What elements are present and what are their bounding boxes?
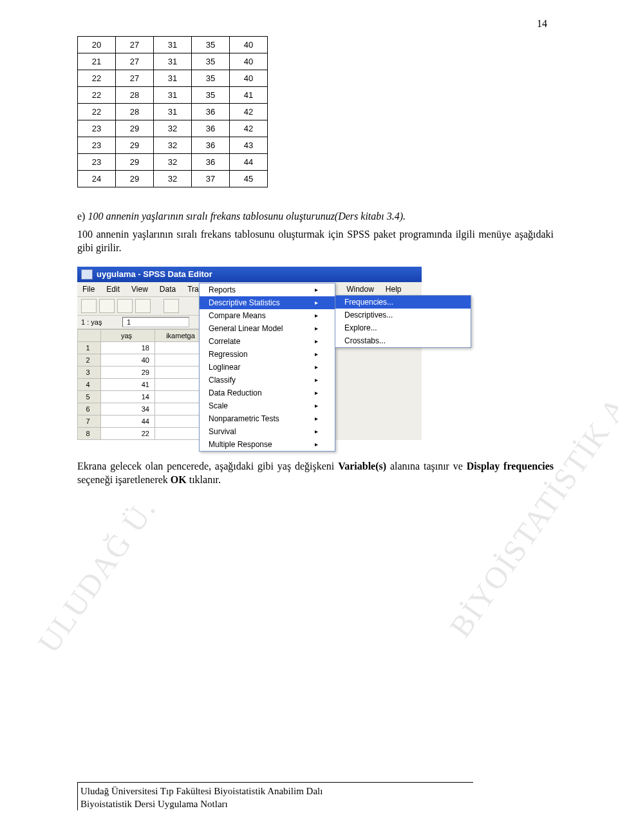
submenu-item-descriptives[interactable]: Descriptives... xyxy=(335,309,471,321)
toolbar-btn-open[interactable] xyxy=(81,299,97,313)
menu-data[interactable]: Data xyxy=(160,285,176,294)
submenu-item-explore[interactable]: Explore... xyxy=(335,321,471,334)
data-cell: 36 xyxy=(192,120,230,137)
data-cell: 32 xyxy=(154,154,192,171)
analyze-item-reports[interactable]: Reports▸ xyxy=(200,283,335,296)
submenu-arrow-icon: ▸ xyxy=(315,376,318,383)
data-cell: 22 xyxy=(78,104,116,120)
menu-view[interactable]: View xyxy=(131,285,148,294)
grid-cell[interactable]: 34 xyxy=(101,403,155,415)
toolbar-btn-dialog[interactable] xyxy=(135,299,151,313)
data-cell: 36 xyxy=(192,137,230,154)
submenu-item-frequencies[interactable]: Frequencies... xyxy=(335,296,471,309)
data-cell: 35 xyxy=(192,87,230,104)
data-cell: 27 xyxy=(116,53,154,70)
analyze-dropdown[interactable]: Frequencies...Descriptives...Explore...C… xyxy=(199,283,335,452)
analyze-item-compare-means[interactable]: Compare Means▸ xyxy=(200,309,335,322)
analyze-item-regression[interactable]: Regression▸ xyxy=(200,348,335,361)
analyze-item-correlate[interactable]: Correlate▸ xyxy=(200,335,335,348)
data-cell: 31 xyxy=(154,104,192,120)
analyze-item-nonparametric-tests[interactable]: Nonparametric Tests▸ xyxy=(200,412,335,425)
col-header-yas[interactable]: yaş xyxy=(101,329,155,341)
analyze-item-scale[interactable]: Scale▸ xyxy=(200,399,335,412)
data-cell: 42 xyxy=(230,120,268,137)
grid-cell[interactable]: 40 xyxy=(101,354,155,366)
paragraph-result: Ekrana gelecek olan pencerede, aşağıdaki… xyxy=(77,459,554,487)
grid-cell[interactable]: 18 xyxy=(101,341,155,354)
data-cell: 29 xyxy=(116,137,154,154)
spss-window: uygulama - SPSS Data Editor FileEditView… xyxy=(77,267,422,440)
toolbar-btn-save[interactable] xyxy=(99,299,115,313)
data-cell: 45 xyxy=(230,171,268,187)
grid-cell[interactable]: 14 xyxy=(101,390,155,403)
submenu-item-crosstabs[interactable]: Crosstabs... xyxy=(335,334,471,347)
toolbar-btn-undo[interactable] xyxy=(164,299,179,313)
row-header[interactable]: 1 xyxy=(78,341,101,354)
data-cell: 40 xyxy=(230,37,268,53)
footer-line1: Uludağ Üniversitesi Tıp Fakültesi Biyois… xyxy=(80,785,415,798)
spss-app-icon xyxy=(81,269,93,280)
analyze-item-survival[interactable]: Survival▸ xyxy=(200,425,335,438)
submenu-arrow-icon: ▸ xyxy=(315,428,318,435)
analyze-item-general-linear-model[interactable]: General Linear Model▸ xyxy=(200,322,335,335)
data-cell: 23 xyxy=(78,154,116,171)
cell-value[interactable]: 1 xyxy=(122,317,189,327)
grid-cell[interactable]: 29 xyxy=(101,366,155,378)
data-cell: 32 xyxy=(154,120,192,137)
data-cell: 29 xyxy=(116,154,154,171)
row-header[interactable]: 7 xyxy=(78,415,101,427)
data-cell: 40 xyxy=(230,70,268,87)
spss-title-text: uygulama - SPSS Data Editor xyxy=(97,269,212,279)
menu-file[interactable]: File xyxy=(82,285,95,294)
analyze-item-multiple-response[interactable]: Multiple Response▸ xyxy=(200,438,335,451)
data-cell: 35 xyxy=(192,37,230,53)
watermark-top: BİYOİSTATİSTİK A.D. xyxy=(442,356,618,644)
toolbar-btn-print[interactable] xyxy=(117,299,133,313)
data-table: 2027313540212731354022273135402228313541… xyxy=(77,36,268,187)
grid-cell[interactable]: 41 xyxy=(101,378,155,390)
descriptive-submenu[interactable]: Frequencies...Descriptives...Explore...C… xyxy=(335,295,471,348)
data-cell: 43 xyxy=(230,137,268,154)
row-header[interactable]: 2 xyxy=(78,354,101,366)
row-header[interactable]: 3 xyxy=(78,366,101,378)
data-cell: 32 xyxy=(154,137,192,154)
menu-window[interactable]: Window xyxy=(346,285,374,294)
data-cell: 29 xyxy=(116,120,154,137)
data-cell: 31 xyxy=(154,87,192,104)
data-cell: 44 xyxy=(230,154,268,171)
data-cell: 37 xyxy=(192,171,230,187)
data-cell: 21 xyxy=(78,53,116,70)
row-header[interactable]: 5 xyxy=(78,390,101,403)
analyze-item-loglinear[interactable]: Loglinear▸ xyxy=(200,361,335,374)
watermark-bottom: ULUDAĞ Ü. xyxy=(30,492,162,659)
submenu-arrow-icon: ▸ xyxy=(315,312,318,319)
data-cell: 31 xyxy=(154,37,192,53)
menu-help[interactable]: Help xyxy=(386,285,402,294)
spss-titlebar: uygulama - SPSS Data Editor xyxy=(77,267,422,282)
paragraph-instruction: 100 annenin yaşlarının sıralı frekans ta… xyxy=(77,227,554,255)
submenu-arrow-icon: ▸ xyxy=(315,299,318,306)
row-header[interactable]: 8 xyxy=(78,427,101,439)
row-header[interactable]: 4 xyxy=(78,378,101,390)
data-cell: 27 xyxy=(116,70,154,87)
submenu-arrow-icon: ▸ xyxy=(315,363,318,370)
grid-cell[interactable]: 44 xyxy=(101,415,155,427)
submenu-arrow-icon: ▸ xyxy=(315,286,318,293)
analyze-item-classify[interactable]: Classify▸ xyxy=(200,374,335,387)
data-cell: 23 xyxy=(78,137,116,154)
data-cell: 20 xyxy=(78,37,116,53)
grid-cell[interactable]: 22 xyxy=(101,427,155,439)
submenu-arrow-icon: ▸ xyxy=(315,441,318,448)
data-cell: 35 xyxy=(192,70,230,87)
submenu-arrow-icon: ▸ xyxy=(315,415,318,422)
data-cell: 36 xyxy=(192,104,230,120)
data-cell: 23 xyxy=(78,120,116,137)
menu-edit[interactable]: Edit xyxy=(106,285,120,294)
data-cell: 40 xyxy=(230,53,268,70)
data-cell: 42 xyxy=(230,104,268,120)
analyze-item-descriptive-statistics[interactable]: Descriptive Statistics▸ xyxy=(200,296,335,309)
data-cell: 32 xyxy=(154,171,192,187)
data-cell: 31 xyxy=(154,53,192,70)
analyze-item-data-reduction[interactable]: Data Reduction▸ xyxy=(200,387,335,399)
row-header[interactable]: 6 xyxy=(78,403,101,415)
